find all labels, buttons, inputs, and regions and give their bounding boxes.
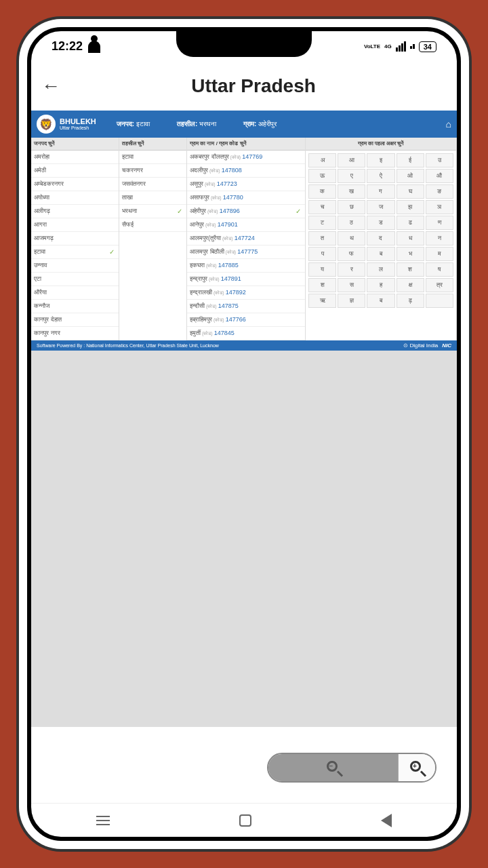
letter-button[interactable]: ध: [396, 231, 424, 245]
letter-button[interactable]: त्र: [426, 278, 453, 292]
letter-button[interactable]: ओ: [396, 169, 424, 183]
janpad-item[interactable]: अयोध्या: [31, 191, 119, 205]
letter-button[interactable]: ऊ: [308, 169, 336, 183]
letter-button[interactable]: ऐ: [367, 169, 394, 183]
letter-button[interactable]: ज: [367, 200, 394, 214]
village-item[interactable]: असाफपुर(कोड)147780: [187, 191, 305, 205]
village-header: ग्राम का नाम / ग्राम कोड चुनें: [187, 138, 305, 151]
village-item[interactable]: इन्द्रालखी(कोड)147892: [187, 286, 305, 300]
letter-button[interactable]: ज्ञ: [338, 294, 365, 308]
letter-button[interactable]: य: [308, 262, 336, 277]
tehsil-item[interactable]: ताखा: [119, 191, 186, 205]
janpad-item[interactable]: कन्नौज: [31, 300, 119, 313]
letter-button[interactable]: क: [308, 184, 336, 199]
zoom-out-button[interactable]: −: [268, 754, 398, 781]
village-item[interactable]: इकघरा(कोड)147885: [187, 259, 305, 273]
digital-india-logo: ⊙ Digital India: [403, 342, 438, 349]
state-logo: 🦁: [37, 115, 56, 134]
letter-button[interactable]: [426, 294, 453, 308]
phone-notch: [176, 30, 312, 57]
letter-button[interactable]: थ: [338, 231, 365, 245]
letter-button[interactable]: र: [338, 262, 365, 277]
letter-button[interactable]: घ: [396, 184, 424, 199]
letter-button[interactable]: म: [426, 247, 453, 261]
letter-button[interactable]: ढ़: [396, 294, 424, 308]
letter-button[interactable]: अ: [308, 153, 336, 167]
village-item[interactable]: इन्द्रापुर(कोड)147891: [187, 273, 305, 286]
letter-button[interactable]: द: [367, 231, 394, 245]
letter-button[interactable]: ऋ: [308, 294, 336, 308]
janpad-item[interactable]: औरैया: [31, 286, 119, 300]
letter-button[interactable]: त: [308, 231, 336, 245]
village-item[interactable]: आलमपुर बिठौली(कोड)147775: [187, 245, 305, 259]
janpad-item[interactable]: कानपुर देहात: [31, 313, 119, 327]
letter-button[interactable]: फ: [338, 247, 365, 261]
janpad-item[interactable]: उन्नाव: [31, 259, 119, 273]
letter-button[interactable]: ढ: [396, 216, 424, 230]
letter-button[interactable]: ङ: [426, 184, 453, 199]
village-item[interactable]: इमुर्ती(कोड)147845: [187, 327, 305, 340]
janpad-item[interactable]: अम्बेडकरनगर: [31, 178, 119, 191]
zoom-in-button[interactable]: +: [398, 754, 435, 781]
letter-button[interactable]: झ: [396, 200, 424, 214]
janpad-item[interactable]: इटावा✓: [31, 245, 119, 259]
letter-button[interactable]: न: [426, 231, 453, 245]
brand-title: BHULEKH: [60, 117, 96, 125]
tehsil-item[interactable]: भरथना✓: [119, 205, 186, 218]
letter-button[interactable]: ए: [338, 169, 365, 183]
letter-button[interactable]: ब: [367, 247, 394, 261]
letter-button[interactable]: ष: [426, 262, 453, 277]
letter-button[interactable]: श: [396, 262, 424, 277]
village-item[interactable]: असूपुर(कोड)147723: [187, 178, 305, 191]
village-item[interactable]: आलमपुर(तुरैया(कोड)147724: [187, 232, 305, 245]
janpad-item[interactable]: कानपुर नगर: [31, 327, 119, 340]
home-button[interactable]: [239, 814, 251, 827]
village-item[interactable]: अदलीपुर(कोड)147808: [187, 164, 305, 178]
back-button[interactable]: ←: [41, 75, 60, 97]
recent-apps-button[interactable]: [96, 816, 110, 825]
village-item[interactable]: इब्राहिमपुर(कोड)147766: [187, 313, 305, 327]
letter-button[interactable]: आ: [338, 153, 365, 167]
tehsil-column: तहसील चुनें इटावाचकरनगरजसवंतनगरताखाभरथना…: [119, 138, 187, 340]
tehsil-item[interactable]: सैफई: [119, 218, 186, 232]
back-nav-button[interactable]: [381, 814, 392, 827]
janpad-item[interactable]: अमेठी: [31, 164, 119, 178]
signal-icon: [396, 41, 406, 52]
janpad-item[interactable]: आगरा: [31, 218, 119, 232]
letter-button[interactable]: ञ: [426, 200, 453, 214]
letter-button[interactable]: उ: [426, 153, 453, 167]
janpad-item[interactable]: एटा: [31, 273, 119, 286]
village-item[interactable]: अकबरपुर दौलतपुर(कोड)147769: [187, 151, 305, 164]
letter-button[interactable]: ख: [338, 184, 365, 199]
letter-button[interactable]: ई: [396, 153, 424, 167]
tehsil-item[interactable]: इटावा: [119, 151, 186, 164]
janpad-item[interactable]: अलीगढ़: [31, 205, 119, 218]
letter-button[interactable]: भ: [396, 247, 424, 261]
village-item[interactable]: अहेरीपुर(कोड)147896✓: [187, 205, 305, 218]
tehsil-item[interactable]: जसवंतनगर: [119, 178, 186, 191]
letter-button[interactable]: ण: [426, 216, 453, 230]
village-item[interactable]: इन्दौसी(कोड)147875: [187, 300, 305, 313]
letter-button[interactable]: च: [308, 200, 336, 214]
letter-button[interactable]: ठ: [338, 216, 365, 230]
letter-button[interactable]: ह: [367, 278, 394, 292]
letter-button[interactable]: श: [308, 278, 336, 292]
letter-button[interactable]: स: [338, 278, 365, 292]
janpad-item[interactable]: आजमगढ़: [31, 232, 119, 245]
letter-button[interactable]: प: [308, 247, 336, 261]
tehsil-item[interactable]: चकरनगर: [119, 164, 186, 178]
letter-button[interactable]: ग: [367, 184, 394, 199]
zoom-control: − +: [267, 753, 436, 783]
letter-button[interactable]: ब: [367, 294, 394, 308]
letter-button[interactable]: ट: [308, 216, 336, 230]
phone-frame: 12:22 VoLTE 4G 34 ← Uttar Pradesh 🦁 BHUL…: [27, 27, 461, 841]
letter-button[interactable]: ड: [367, 216, 394, 230]
letter-button[interactable]: इ: [367, 153, 394, 167]
home-icon[interactable]: ⌂: [446, 119, 451, 130]
letter-button[interactable]: क्ष: [396, 278, 424, 292]
janpad-item[interactable]: अमरोहा: [31, 151, 119, 164]
letter-button[interactable]: औ: [426, 169, 453, 183]
village-item[interactable]: आनेपुर(कोड)147901: [187, 218, 305, 232]
letter-button[interactable]: छ: [338, 200, 365, 214]
letter-button[interactable]: ल: [367, 262, 394, 277]
